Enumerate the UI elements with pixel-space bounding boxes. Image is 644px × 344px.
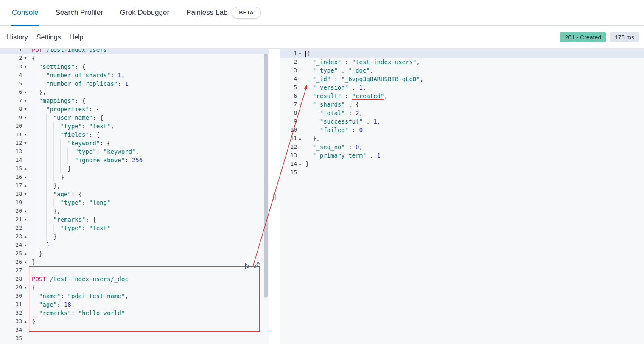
fold-toggle-icon[interactable]: ▾ — [22, 54, 29, 62]
fold-toggle-icon[interactable]: ▾ — [297, 100, 303, 109]
code-content[interactable]: "keyword": { — [29, 139, 110, 147]
code-content[interactable]: } — [29, 258, 35, 266]
code-content[interactable]: } — [29, 249, 42, 258]
code-content[interactable]: PUT /test-index-users — [29, 49, 107, 54]
code-line-28[interactable]: 28POST /test-index-users/_doc — [0, 275, 269, 283]
fold-toggle-icon[interactable]: ▾ — [22, 139, 29, 147]
code-line-11[interactable]: 11▴ }, — [280, 134, 644, 143]
fold-toggle-icon[interactable]: ▾ — [22, 283, 29, 292]
code-content[interactable]: } — [29, 232, 57, 241]
code-line-11[interactable]: 11▾"fields": { — [0, 130, 269, 139]
send-request-icon[interactable] — [244, 262, 251, 270]
fold-toggle-icon[interactable]: ▾ — [297, 49, 303, 58]
fold-toggle-icon[interactable]: ▴ — [22, 164, 29, 173]
fold-toggle-icon[interactable]: ▾ — [22, 130, 29, 139]
code-line-4[interactable]: 4 "_id" : "_6vpq3gBARHSBT8-qLqD", — [280, 75, 644, 83]
fold-toggle-icon[interactable]: ▾ — [22, 96, 29, 105]
code-line-12[interactable]: 12 "_seq_no" : 0, — [280, 143, 644, 151]
fold-toggle-icon[interactable]: ▴ — [22, 207, 29, 215]
code-line-33[interactable]: 33▴} — [0, 317, 269, 326]
menu-help[interactable]: Help — [70, 34, 84, 41]
code-content[interactable]: "age": { — [29, 190, 82, 198]
fold-toggle-icon[interactable]: ▴ — [22, 173, 29, 181]
code-line-12[interactable]: 12▾"keyword": { — [0, 139, 269, 147]
code-line-4[interactable]: 4"number_of_shards": 1, — [0, 71, 269, 79]
code-content[interactable] — [29, 334, 32, 343]
code-content[interactable]: } — [29, 241, 50, 249]
code-line-2[interactable]: 2 "_index" : "test-index-users", — [280, 58, 644, 66]
fold-toggle-icon[interactable]: ▾ — [22, 105, 29, 113]
code-line-10[interactable]: 10 "failed" : 0 — [280, 126, 644, 134]
code-line-15[interactable]: 15▴} — [0, 164, 269, 173]
code-content[interactable]: "remarks": "hello world" — [29, 309, 125, 317]
code-content[interactable]: "type": "keyword", — [29, 147, 139, 156]
code-content[interactable]: "name": "pdai test name", — [29, 292, 129, 300]
code-line-9[interactable]: 9 "successful" : 1, — [280, 117, 644, 126]
code-content[interactable]: } — [29, 173, 64, 181]
fold-toggle-icon[interactable]: ▴ — [22, 249, 29, 258]
tab-search-profiler[interactable]: Search Profiler — [47, 0, 111, 25]
code-line-3[interactable]: 3 "_type" : "_doc", — [280, 66, 644, 75]
code-line-30[interactable]: 30"name": "pdai test name", — [0, 292, 269, 300]
fold-toggle-icon[interactable]: ▴ — [297, 134, 303, 143]
code-content[interactable]: "successful" : 1, — [303, 117, 381, 126]
tab-painless-lab[interactable]: Painless Lab BETA — [178, 0, 269, 25]
code-content[interactable]: "result" : "created", — [303, 92, 388, 100]
code-line-35[interactable]: 35 — [0, 334, 269, 343]
code-content[interactable] — [29, 266, 32, 275]
code-line-23[interactable]: 23▴} — [0, 232, 269, 241]
code-line-7[interactable]: 7▾ "_shards" : { — [280, 100, 644, 109]
code-line-22[interactable]: 22"type": "text" — [0, 224, 269, 232]
code-line-5[interactable]: 5"number_of_replicas": 1 — [0, 79, 269, 88]
code-content[interactable]: "user_name": { — [29, 113, 104, 122]
fold-toggle-icon[interactable]: ▴ — [22, 88, 29, 96]
code-content[interactable]: "fields": { — [29, 130, 100, 139]
fold-toggle-icon[interactable]: ▾ — [22, 190, 29, 198]
fold-toggle-icon[interactable]: ▴ — [22, 232, 29, 241]
code-content[interactable]: { — [303, 49, 310, 58]
wrench-icon[interactable] — [253, 261, 261, 269]
code-line-5[interactable]: 5 "_version" : 1, — [280, 83, 644, 92]
code-line-6[interactable]: 6▴}, — [0, 88, 269, 96]
code-content[interactable] — [29, 326, 32, 334]
request-editor[interactable]: 1PUT /test-index-users2▾{3▾"settings": {… — [0, 49, 269, 344]
code-content[interactable]: { — [29, 54, 35, 62]
tab-grok-debugger[interactable]: Grok Debugger — [112, 0, 178, 25]
fold-toggle-icon[interactable]: ▴ — [22, 317, 29, 326]
code-line-1[interactable]: 1PUT /test-index-users — [0, 49, 269, 54]
code-line-13[interactable]: 13"type": "keyword", — [0, 147, 269, 156]
fold-toggle-icon[interactable]: ▴ — [22, 241, 29, 249]
code-line-21[interactable]: 21▾"remarks": { — [0, 215, 269, 224]
code-content[interactable] — [303, 168, 305, 177]
code-line-2[interactable]: 2▾{ — [0, 54, 269, 62]
scrollbar-thumb[interactable] — [264, 54, 268, 298]
code-content[interactable]: "_shards" : { — [303, 100, 359, 109]
code-line-14[interactable]: 14▴} — [280, 160, 644, 168]
code-line-26[interactable]: 26▴} — [0, 258, 269, 266]
response-editor[interactable]: 1▾{2 "_index" : "test-index-users",3 "_t… — [280, 49, 644, 344]
fold-toggle-icon[interactable]: ▴ — [22, 258, 29, 266]
code-line-27[interactable]: 27 — [0, 266, 269, 275]
code-line-17[interactable]: 17▴}, — [0, 181, 269, 190]
code-line-8[interactable]: 8▾"properties": { — [0, 105, 269, 113]
code-line-25[interactable]: 25▴} — [0, 249, 269, 258]
code-content[interactable]: POST /test-index-users/_doc — [29, 275, 129, 283]
code-content[interactable]: } — [29, 164, 71, 173]
code-line-32[interactable]: 32"remarks": "hello world" — [0, 309, 269, 317]
code-line-16[interactable]: 16▴} — [0, 173, 269, 181]
code-line-1[interactable]: 1▾{ — [280, 49, 644, 58]
code-content[interactable]: "remarks": { — [29, 215, 96, 224]
code-content[interactable]: "_index" : "test-index-users", — [303, 58, 420, 66]
code-content[interactable]: "settings": { — [29, 62, 85, 71]
fold-toggle-icon[interactable]: ▾ — [22, 215, 29, 224]
code-content[interactable]: } — [303, 160, 309, 168]
code-content[interactable]: } — [29, 317, 35, 326]
code-content[interactable]: "type": "text" — [29, 224, 110, 232]
code-line-34[interactable]: 34 — [0, 326, 269, 334]
fold-toggle-icon[interactable]: ▾ — [22, 62, 29, 71]
code-line-13[interactable]: 13 "_primary_term" : 1 — [280, 151, 644, 160]
code-line-9[interactable]: 9▾"user_name": { — [0, 113, 269, 122]
code-content[interactable]: "mappings": { — [29, 96, 85, 105]
fold-toggle-icon[interactable]: ▾ — [22, 113, 29, 122]
code-line-31[interactable]: 31"age": 18, — [0, 300, 269, 309]
